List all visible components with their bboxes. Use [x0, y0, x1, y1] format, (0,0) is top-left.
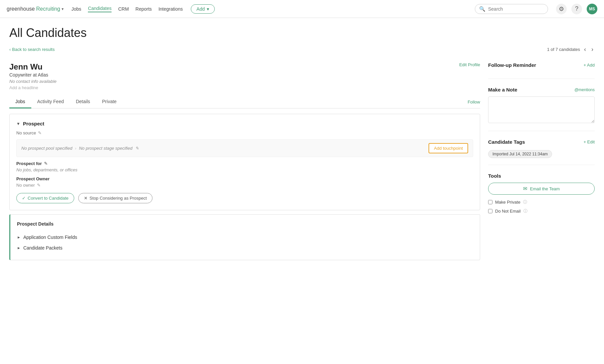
collapse-icon[interactable]: ▼ — [16, 121, 20, 126]
make-private-checkbox[interactable] — [488, 200, 492, 204]
main-layout: Jenn Wu Copywriter at Atlas No contact i… — [0, 57, 604, 260]
followup-title: Follow-up Reminder — [488, 62, 536, 68]
application-custom-fields-item[interactable]: ► Application Custom Fields — [17, 232, 473, 243]
prospect-source: No source ✎ — [16, 130, 473, 135]
brand-recruiting: Recruiting — [36, 6, 60, 12]
tags-header: Candidate Tags + Edit — [488, 139, 595, 145]
prospect-details-title: Prospect Details — [17, 221, 473, 227]
source-edit-icon[interactable]: ✎ — [38, 130, 42, 135]
prospect-section-header: ▼ Prospect — [16, 121, 473, 126]
nav-reports[interactable]: Reports — [136, 6, 152, 12]
nav-jobs[interactable]: Jobs — [72, 6, 82, 12]
prospect-for-edit-icon[interactable]: ✎ — [44, 161, 48, 166]
nav-icons: ⚙ ? MS — [556, 4, 597, 14]
brand-greenhouse: greenhouse — [7, 6, 35, 12]
tab-activity-feed[interactable]: Activity Feed — [31, 95, 70, 108]
tabs-row: Jobs Activity Feed Details Private Follo… — [9, 95, 480, 108]
follow-link[interactable]: Follow — [467, 96, 480, 108]
nav-crm[interactable]: CRM — [118, 6, 129, 12]
checkmark-icon: ✓ — [22, 196, 26, 201]
prospect-owner-value: No owner ✎ — [16, 183, 473, 188]
tools-title: Tools — [488, 173, 501, 179]
subheader-row: ‹ Back to search results 1 of 7 candidat… — [0, 45, 604, 54]
candidate-header: Jenn Wu Copywriter at Atlas No contact i… — [9, 57, 480, 90]
pool-arrow-icon: › — [75, 146, 76, 151]
no-contact-info: No contact info available — [9, 79, 57, 84]
owner-edit-icon[interactable]: ✎ — [37, 183, 41, 188]
nav-links: Jobs Candidates CRM Reports Integrations — [72, 6, 183, 12]
prospect-for-section: Prospect for ✎ No jobs, departments, or … — [16, 161, 473, 172]
navbar: greenhouse Recruiting ▾ Jobs Candidates … — [0, 0, 604, 18]
search-box: 🔍 — [475, 4, 548, 14]
tags-title: Candidate Tags — [488, 139, 525, 145]
tab-jobs[interactable]: Jobs — [9, 95, 31, 108]
candidate-title: Copywriter at Atlas — [9, 72, 57, 78]
candidate-tags-section: Candidate Tags + Edit Imported Jul 14, 2… — [488, 139, 595, 165]
tools-header: Tools — [488, 173, 595, 179]
nav-integrations[interactable]: Integrations — [158, 6, 183, 12]
brand: greenhouse Recruiting ▾ — [7, 6, 64, 12]
nav-candidates[interactable]: Candidates — [88, 6, 112, 12]
pagination-nav: 1 of 7 candidates ‹ › — [547, 45, 595, 54]
page-header: All Candidates — [0, 18, 604, 40]
email-icon: ✉ — [523, 186, 527, 192]
add-followup-link[interactable]: + Add — [583, 63, 595, 68]
tab-private[interactable]: Private — [96, 95, 123, 108]
settings-icon[interactable]: ⚙ — [556, 4, 567, 14]
prospect-details-card: Prospect Details ► Application Custom Fi… — [9, 214, 480, 260]
tools-section: Tools ✉ Email the Team Make Private ⓘ Do… — [488, 173, 595, 224]
edit-profile-link[interactable]: Edit Profile — [459, 62, 480, 67]
search-icon: 🔍 — [479, 6, 485, 12]
prospect-for-value: No jobs, departments, or offices — [16, 167, 473, 172]
page-title: All Candidates — [9, 26, 595, 40]
prospect-for-label: Prospect for ✎ — [16, 161, 473, 166]
next-candidate-button[interactable]: › — [590, 45, 595, 54]
add-touchpoint-button[interactable]: Add touchpoint — [429, 143, 468, 153]
prospect-owner-section: Prospect Owner No owner ✎ — [16, 176, 473, 188]
brand-dropdown-icon[interactable]: ▾ — [62, 7, 64, 11]
stop-considering-button[interactable]: ✕ Stop Considering as Prospect — [78, 193, 152, 203]
expand-arrow-icon: ► — [17, 235, 21, 239]
email-team-button[interactable]: ✉ Email the Team — [488, 183, 595, 195]
do-not-email-info-icon[interactable]: ⓘ — [523, 208, 527, 214]
do-not-email-row: Do Not Email ⓘ — [488, 208, 595, 214]
tag-badge: Imported Jul 14, 2022 11:34am — [488, 150, 552, 158]
avatar[interactable]: MS — [587, 4, 597, 14]
note-header: Make a Note @mentions — [488, 87, 595, 92]
prev-candidate-button[interactable]: ‹ — [583, 45, 587, 54]
prospect-actions: ✓ Convert to Candidate ✕ Stop Considerin… — [16, 193, 473, 203]
expand-arrow-icon-2: ► — [17, 246, 21, 250]
prospect-owner-label: Prospect Owner — [16, 176, 473, 181]
make-private-info-icon[interactable]: ⓘ — [523, 199, 527, 205]
tab-details[interactable]: Details — [70, 95, 96, 108]
pool-edit-icon[interactable]: ✎ — [135, 146, 139, 151]
make-a-note-section: Make a Note @mentions — [488, 87, 595, 131]
mentions-link[interactable]: @mentions — [574, 88, 595, 92]
back-to-search-link[interactable]: ‹ Back to search results — [9, 47, 55, 52]
add-headline[interactable]: Add a headline — [9, 85, 57, 90]
note-title: Make a Note — [488, 87, 517, 92]
convert-to-candidate-button[interactable]: ✓ Convert to Candidate — [16, 193, 74, 203]
content-area: Jenn Wu Copywriter at Atlas No contact i… — [9, 57, 480, 260]
note-textarea[interactable] — [488, 96, 595, 123]
search-input[interactable] — [488, 6, 544, 12]
add-button[interactable]: Add ▾ — [191, 4, 215, 14]
followup-reminder-section: Follow-up Reminder + Add — [488, 62, 595, 79]
x-icon: ✕ — [84, 196, 88, 201]
sidebar: Follow-up Reminder + Add Make a Note @me… — [488, 57, 595, 260]
candidate-packets-item[interactable]: ► Candidate Packets — [17, 243, 473, 253]
prospect-pool-text: No prospect pool specified › No prospect… — [21, 146, 139, 151]
followup-header: Follow-up Reminder + Add — [488, 62, 595, 68]
edit-tags-link[interactable]: + Edit — [583, 139, 595, 144]
candidate-name: Jenn Wu — [9, 62, 57, 72]
prospect-pool-row: No prospect pool specified › No prospect… — [16, 139, 473, 157]
help-icon[interactable]: ? — [571, 4, 582, 14]
tabs: Jobs Activity Feed Details Private — [9, 95, 123, 108]
make-private-row: Make Private ⓘ — [488, 199, 595, 205]
back-chevron-icon: ‹ — [9, 47, 11, 52]
do-not-email-checkbox[interactable] — [488, 209, 492, 213]
prospect-card: ▼ Prospect No source ✎ No prospect pool … — [9, 114, 480, 210]
